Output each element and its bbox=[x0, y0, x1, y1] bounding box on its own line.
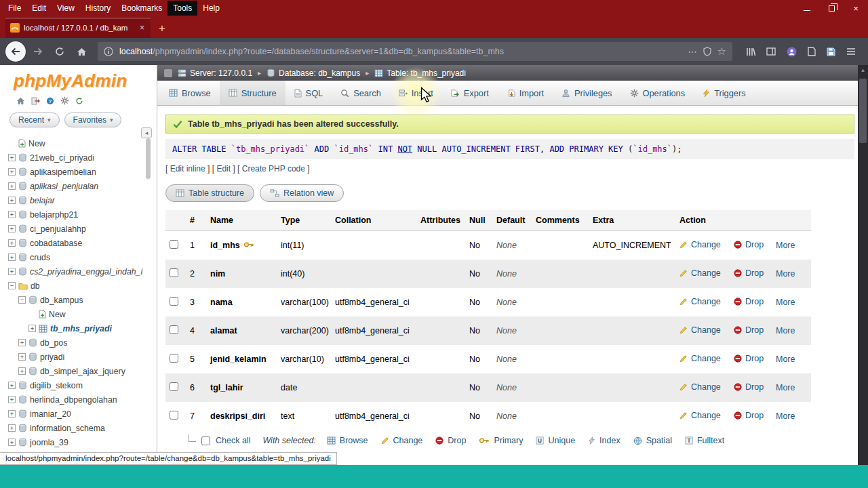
tab-triggers[interactable]: Triggers bbox=[694, 81, 754, 105]
drop-link[interactable]: Drop bbox=[734, 325, 764, 335]
tab-operations[interactable]: Operations bbox=[621, 81, 694, 105]
library-icon[interactable] bbox=[746, 47, 755, 56]
home-button[interactable] bbox=[72, 42, 91, 61]
save-icon[interactable] bbox=[827, 47, 835, 56]
tab-privileges[interactable]: Privileges bbox=[553, 81, 620, 105]
relation-view-button[interactable]: Relation view bbox=[260, 184, 344, 202]
page-scrollbar[interactable]: ▲ bbox=[858, 65, 868, 465]
tree-item-joomla-39[interactable]: +joomla_39 bbox=[5, 435, 157, 449]
tree-item-herlinda-dbpengolahan[interactable]: +herlinda_dbpengolahan bbox=[5, 392, 157, 407]
tree-item-cobadatabase[interactable]: +cobadatabase bbox=[5, 236, 157, 250]
drop-link[interactable]: Drop bbox=[734, 268, 764, 278]
tab-close-icon[interactable]: × bbox=[138, 23, 146, 33]
more-link[interactable]: More bbox=[776, 383, 795, 392]
tree-item-db-simpel-ajax-jquery[interactable]: +db_simpel_ajax_jquery bbox=[5, 364, 157, 378]
change-link[interactable]: Change bbox=[679, 354, 721, 363]
breadcrumb-item-table[interactable]: Table: tb_mhs_priyadi bbox=[374, 68, 466, 78]
row-checkbox[interactable] bbox=[170, 411, 178, 420]
sidebar-icon[interactable] bbox=[766, 47, 776, 56]
collapse-icon[interactable]: − bbox=[8, 282, 16, 289]
menu-edit[interactable]: Edit bbox=[26, 1, 52, 16]
row-checkbox[interactable] bbox=[170, 268, 178, 277]
expand-icon[interactable]: + bbox=[8, 253, 16, 261]
bookmark-star-icon[interactable]: ☆ bbox=[717, 45, 726, 58]
more-link[interactable]: More bbox=[776, 298, 795, 307]
tree-item-information-schema[interactable]: +information_schema bbox=[5, 421, 157, 435]
expand-icon[interactable]: + bbox=[8, 410, 16, 418]
menu-file[interactable]: File bbox=[3, 1, 26, 16]
row-checkbox[interactable] bbox=[170, 297, 178, 306]
expand-icon[interactable]: + bbox=[8, 439, 16, 446]
check-all-label[interactable]: Check all bbox=[216, 436, 250, 445]
expand-icon[interactable]: + bbox=[8, 182, 16, 190]
tree-item-aplikasipembelian[interactable]: +aplikasipembelian bbox=[5, 165, 157, 179]
recent-dropdown[interactable]: Recent▾ bbox=[9, 113, 60, 127]
collapse-navigation-button[interactable]: ◂ bbox=[141, 127, 152, 138]
docs-icon[interactable]: ? bbox=[46, 97, 54, 105]
sql-link-edit-inline[interactable]: Edit inline bbox=[170, 164, 205, 174]
site-info-icon[interactable] bbox=[104, 47, 113, 56]
settings-icon[interactable] bbox=[60, 96, 69, 105]
expand-icon[interactable]: + bbox=[8, 211, 16, 218]
drop-link[interactable]: Drop bbox=[734, 297, 764, 306]
reload-icon[interactable] bbox=[75, 97, 83, 105]
back-button[interactable] bbox=[5, 41, 26, 62]
tree-item-digilib-stekom[interactable]: +digilib_stekom bbox=[5, 378, 157, 392]
menu-view[interactable]: View bbox=[52, 1, 80, 16]
expand-icon[interactable]: + bbox=[8, 424, 16, 432]
shield-icon[interactable] bbox=[703, 47, 711, 56]
change-link[interactable]: Change bbox=[679, 325, 721, 335]
change-link[interactable]: Change bbox=[679, 297, 721, 306]
table-structure-button[interactable]: Table structure bbox=[165, 184, 254, 202]
new-tab-button[interactable]: + bbox=[151, 20, 174, 38]
with-selected-fulltext-button[interactable]: TFulltext bbox=[685, 436, 724, 445]
more-link[interactable]: More bbox=[776, 326, 795, 336]
more-link[interactable]: More bbox=[776, 269, 795, 279]
row-checkbox[interactable] bbox=[170, 325, 178, 334]
tree-item-new[interactable]: New bbox=[5, 136, 157, 150]
with-selected-browse-button[interactable]: Browse bbox=[327, 436, 368, 445]
tab-search[interactable]: Search bbox=[332, 81, 390, 105]
minimize-button[interactable] bbox=[795, 0, 819, 16]
tree-item-belajarphp21[interactable]: +belajarphp21 bbox=[5, 207, 157, 222]
favorites-dropdown[interactable]: Favorites▾ bbox=[64, 113, 122, 127]
tab-structure[interactable]: Structure bbox=[220, 81, 285, 105]
expand-icon[interactable]: + bbox=[18, 367, 26, 375]
drop-link[interactable]: Drop bbox=[734, 354, 764, 363]
tree-item-cruds[interactable]: +cruds bbox=[5, 250, 157, 264]
sql-link-create-php-code[interactable]: Create PHP code bbox=[242, 164, 305, 174]
expand-icon[interactable]: + bbox=[8, 239, 16, 247]
change-link[interactable]: Change bbox=[679, 382, 721, 392]
menu-tools[interactable]: Tools bbox=[167, 1, 197, 16]
menu-icon[interactable] bbox=[846, 47, 856, 56]
tree-item-cs2-priyadina-enggal-indah-l[interactable]: +cs2_priyadina_enggal_indah_l bbox=[5, 264, 157, 279]
check-all-checkbox[interactable] bbox=[201, 436, 210, 445]
tab-insert[interactable]: Insert bbox=[390, 81, 442, 105]
with-selected-unique-button[interactable]: UUnique bbox=[536, 436, 575, 445]
expand-icon[interactable]: + bbox=[8, 168, 16, 176]
expand-icon[interactable]: + bbox=[18, 339, 26, 346]
more-options-icon[interactable]: ⋯ bbox=[688, 47, 697, 57]
expand-icon[interactable]: + bbox=[28, 325, 36, 332]
expand-icon[interactable]: + bbox=[8, 225, 16, 232]
tree-item-db[interactable]: −db bbox=[5, 279, 157, 293]
menu-handle[interactable] bbox=[164, 69, 172, 77]
tree-item-aplikasi-penjualan[interactable]: +aplikasi_penjualan bbox=[5, 179, 157, 193]
expand-icon[interactable]: + bbox=[8, 396, 16, 403]
tree-item-imaniar-20[interactable]: +imaniar_20 bbox=[5, 407, 157, 421]
expand-icon[interactable]: + bbox=[18, 353, 26, 361]
change-link[interactable]: Change bbox=[679, 411, 721, 420]
row-checkbox[interactable] bbox=[170, 354, 178, 363]
breadcrumb-item-database[interactable]: Database: db_kampus bbox=[267, 68, 360, 78]
tab-sql[interactable]: SQL bbox=[285, 81, 332, 105]
logout-icon[interactable] bbox=[31, 97, 40, 105]
home-icon[interactable] bbox=[16, 97, 25, 105]
browser-tab[interactable]: localhost / 127.0.0.1 / db_kam × bbox=[5, 18, 151, 38]
menu-bookmarks[interactable]: Bookmarks bbox=[116, 1, 167, 16]
tree-item-ci-penjualahhp[interactable]: +ci_penjualahhp bbox=[5, 222, 157, 236]
more-link[interactable]: More bbox=[776, 354, 795, 364]
tree-item-db-pos[interactable]: +db_pos bbox=[5, 336, 157, 350]
with-selected-drop-button[interactable]: Drop bbox=[435, 436, 466, 445]
expand-icon[interactable]: + bbox=[8, 382, 16, 389]
with-selected-change-button[interactable]: Change bbox=[381, 436, 423, 445]
